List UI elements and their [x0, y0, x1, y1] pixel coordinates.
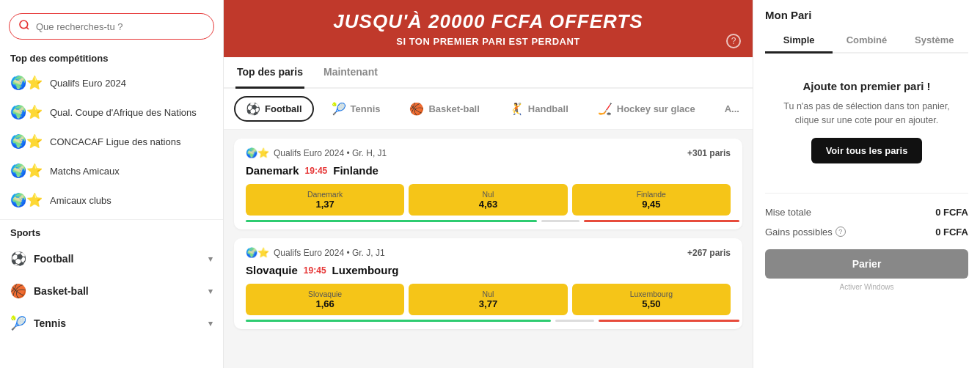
main-content: JUSQU'À 20000 FCFA OFFERTS SI TON PREMIE… — [224, 0, 753, 368]
odd-label-2-3: Luxembourg — [575, 290, 728, 298]
pill-autres[interactable]: A... — [713, 97, 751, 120]
gains-value: 0 FCFA — [935, 227, 968, 238]
comp-item-coupe-afrique[interactable]: 🌍⭐ Qual. Coupe d'Afrique des Nations — [0, 97, 223, 127]
match-2-odd-2[interactable]: Nul 3,77 — [409, 284, 567, 315]
bet-tab-systeme[interactable]: Système — [901, 29, 968, 54]
match-1-odd-2[interactable]: Nul 4,63 — [409, 184, 567, 216]
mise-row: Mise totale 0 FCFA — [765, 202, 968, 222]
match-2-odd-3[interactable]: Luxembourg 5,50 — [572, 284, 731, 315]
match-1-plus[interactable]: +301 paris — [687, 148, 731, 158]
odd-value-1-3: 9,45 — [575, 199, 728, 210]
mise-label: Mise totale — [765, 207, 811, 218]
svg-point-0 — [20, 21, 28, 29]
match-1-odd-3[interactable]: Finlande 9,45 — [572, 184, 731, 216]
match-1-league: 🌍⭐ Qualifs Euro 2024 • Gr. H, J1 — [246, 147, 387, 158]
pill-basketball-label: Basket-ball — [428, 103, 479, 114]
sport-basket-ball[interactable]: 🏀 Basket-ball ▾ — [0, 275, 223, 307]
divider-1 — [0, 219, 223, 220]
pill-autres-label: A... — [725, 103, 739, 114]
odd-value-2-1: 1,66 — [249, 298, 401, 309]
league-label-2: Qualifs Euro 2024 • Gr. J, J1 — [274, 248, 385, 258]
prog-1-light — [541, 220, 580, 222]
pill-basketball[interactable]: 🏀 Basket-ball — [398, 96, 491, 122]
prog-2-red — [599, 320, 739, 322]
globe-icon-2: 🌍⭐ — [10, 104, 43, 120]
bottom-section: Mise totale 0 FCFA Gains possibles ? 0 F… — [765, 193, 968, 291]
match-1-teams: Danemark 19:45 Finlande — [246, 164, 731, 177]
match-1-progress — [246, 220, 731, 222]
odd-value-1-1: 1,37 — [249, 199, 401, 210]
comp-item-matchs-amicaux[interactable]: 🌍⭐ Matchs Amicaux — [0, 156, 223, 185]
comp-item-amicaux-clubs[interactable]: 🌍⭐ Amicaux clubs — [0, 185, 223, 215]
league-label-1: Qualifs Euro 2024 • Gr. H, J1 — [274, 148, 387, 158]
globe-icon-3: 🌍⭐ — [10, 133, 43, 150]
pill-handball[interactable]: 🤾 Handball — [497, 96, 580, 122]
basketball-label: Basket-ball — [34, 285, 89, 297]
sport-tennis[interactable]: 🎾 Tennis ▾ — [0, 307, 223, 339]
tennis-icon: 🎾 — [10, 315, 26, 331]
league-icon-2: 🌍⭐ — [246, 247, 269, 258]
pill-hockey-icon: 🏒 — [598, 102, 612, 116]
sport-basket-left: 🏀 Basket-ball — [10, 283, 89, 299]
match-1-team1: Danemark — [246, 164, 299, 177]
search-input[interactable] — [36, 21, 205, 32]
bet-tab-simple[interactable]: Simple — [765, 29, 833, 54]
match-2-team1: Slovaquie — [246, 264, 298, 276]
tennis-label: Tennis — [34, 317, 66, 329]
match-2-odd-1[interactable]: Slovaquie 1,66 — [246, 284, 404, 315]
pill-football-label: Football — [265, 103, 302, 114]
info-icon[interactable]: ? — [726, 34, 741, 48]
gains-label-text: Gains possibles — [765, 227, 833, 238]
basketball-icon: 🏀 — [10, 283, 26, 299]
comp-item-qualifs-euro[interactable]: 🌍⭐ Qualifs Euro 2024 — [0, 68, 223, 97]
bet-tabs: Simple Combiné Système — [765, 29, 968, 54]
pill-tennis-label: Tennis — [351, 103, 381, 114]
pill-football[interactable]: ⚽ Football — [234, 96, 314, 122]
match-card-2: 🌍⭐ Qualifs Euro 2024 • Gr. J, J1 +267 pa… — [234, 238, 742, 329]
chevron-down-icon-2: ▾ — [208, 287, 213, 296]
comp-label-3: CONCACAF Ligue des nations — [50, 136, 180, 147]
voir-paris-button[interactable]: Voir tous les paris — [811, 138, 923, 163]
match-2-time: 19:45 — [304, 265, 326, 276]
bet-tab-combine[interactable]: Combiné — [833, 29, 900, 54]
gains-info-icon[interactable]: ? — [835, 227, 846, 237]
parier-button[interactable]: Parier — [765, 249, 968, 279]
empty-bet-area: Ajoute ton premier pari ! Tu n'as pas de… — [765, 65, 968, 178]
match-2-header: 🌍⭐ Qualifs Euro 2024 • Gr. J, J1 +267 pa… — [246, 247, 731, 258]
match-2-progress — [246, 320, 731, 322]
search-bar[interactable] — [9, 13, 214, 40]
league-icon-1: 🌍⭐ — [246, 147, 269, 158]
globe-icon: 🌍⭐ — [10, 75, 43, 91]
comp-label-2: Qual. Coupe d'Afrique des Nations — [50, 107, 197, 118]
prog-1-red — [584, 220, 739, 222]
gains-label: Gains possibles ? — [765, 227, 846, 238]
empty-bet-title: Ajoute ton premier pari ! — [772, 80, 961, 92]
match-2-team2: Luxembourg — [332, 264, 399, 276]
sport-football-left: ⚽ Football — [10, 251, 73, 267]
match-1-time: 19:45 — [305, 166, 328, 176]
sport-filter-pills: ⚽ Football 🎾 Tennis 🏀 Basket-ball 🤾 Hand… — [224, 89, 753, 130]
sidebar: Top des compétitions 🌍⭐ Qualifs Euro 202… — [0, 0, 224, 368]
empty-bet-desc: Tu n'as pas de sélection dans ton panier… — [772, 100, 961, 128]
comp-item-concacaf[interactable]: 🌍⭐ CONCACAF Ligue des nations — [0, 127, 223, 156]
sport-football[interactable]: ⚽ Football ▾ — [0, 243, 223, 275]
match-1-odds: Danemark 1,37 Nul 4,63 Finlande 9,45 — [246, 184, 731, 216]
banner-title: JUSQU'À 20000 FCFA OFFERTS — [238, 10, 738, 33]
competitions-list: 🌍⭐ Qualifs Euro 2024 🌍⭐ Qual. Coupe d'Af… — [0, 68, 223, 215]
globe-icon-4: 🌍⭐ — [10, 163, 43, 179]
match-2-plus[interactable]: +267 paris — [687, 248, 731, 258]
pill-hockey[interactable]: 🏒 Hockey sur glace — [586, 96, 707, 122]
match-1-odd-1[interactable]: Danemark 1,37 — [246, 184, 404, 216]
banner-subtitle: SI TON PREMIER PARI EST PERDANT — [238, 36, 738, 47]
chevron-down-icon: ▾ — [208, 254, 213, 264]
pill-football-icon: ⚽ — [246, 102, 260, 116]
pill-handball-icon: 🤾 — [509, 102, 524, 116]
tab-top-paris[interactable]: Top des paris — [235, 57, 304, 89]
odd-value-1-2: 4,63 — [412, 199, 564, 210]
odd-value-2-3: 5,50 — [575, 298, 728, 309]
tab-maintenant[interactable]: Maintenant — [322, 57, 379, 89]
matches-list: 🌍⭐ Qualifs Euro 2024 • Gr. H, J1 +301 pa… — [224, 130, 753, 338]
pill-tennis[interactable]: 🎾 Tennis — [320, 96, 392, 122]
odd-label-1-1: Danemark — [249, 190, 401, 199]
match-2-league: 🌍⭐ Qualifs Euro 2024 • Gr. J, J1 — [246, 247, 385, 258]
